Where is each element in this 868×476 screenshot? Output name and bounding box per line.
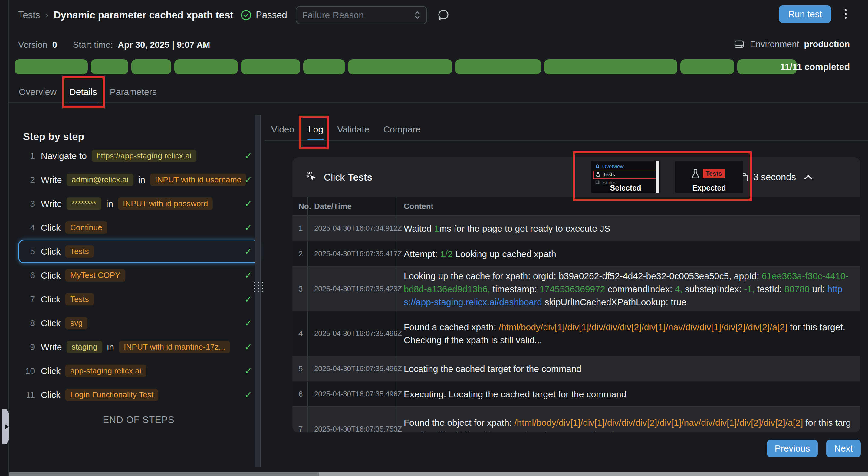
header-bar: Tests › Dynamic parameter cached xpath t… bbox=[18, 5, 450, 25]
tab-overview[interactable]: Overview bbox=[18, 81, 57, 103]
mini-nav-label: Tests bbox=[603, 172, 615, 178]
duration-cluster: 3 seconds bbox=[741, 157, 813, 197]
col-header-content: Content bbox=[397, 202, 860, 211]
detail-tab-compare[interactable]: Compare bbox=[382, 118, 421, 140]
progress-segment[interactable] bbox=[680, 59, 734, 74]
version-value: 0 bbox=[52, 40, 57, 50]
step-row[interactable]: 6ClickMyTest COPY✓ bbox=[18, 263, 259, 287]
step-passed-check-icon: ✓ bbox=[245, 198, 252, 209]
log-row: 12025-04-30T16:07:34.912ZWaited 1ms for … bbox=[292, 215, 860, 241]
step-target-badge: Continue bbox=[65, 222, 107, 234]
step-infix: in bbox=[138, 175, 145, 185]
main-tabs: OverviewDetailsParameters bbox=[18, 81, 157, 103]
previous-button[interactable]: Previous bbox=[767, 440, 818, 457]
mini-nav-label: Overview bbox=[602, 164, 624, 170]
step-row[interactable]: 3Write********inINPUT with id password✓ bbox=[18, 192, 259, 216]
step-row[interactable]: 5ClickTests✓ bbox=[18, 239, 259, 263]
step-row[interactable]: 7ClickTests✓ bbox=[18, 287, 259, 311]
log-row-number: 7 bbox=[292, 407, 308, 433]
log-row-number: 4 bbox=[292, 311, 308, 355]
detail-tab-video[interactable]: Video bbox=[271, 118, 295, 140]
breadcrumb-chevron-icon: › bbox=[45, 10, 48, 20]
overflow-menu-button[interactable] bbox=[840, 6, 851, 22]
log-row-datetime: 2025-04-30T16:07:35.496Z bbox=[308, 311, 397, 355]
progress-segment[interactable] bbox=[174, 59, 238, 74]
detail-tabs: VideoLogValidateCompare bbox=[271, 118, 421, 140]
start-time-value: Apr 30, 2025 | 9:07 AM bbox=[118, 40, 210, 50]
mini-nav-menu: OverviewTestsSuites bbox=[591, 161, 660, 187]
detail-tab-validate[interactable]: Validate bbox=[337, 118, 370, 140]
progress-segment[interactable] bbox=[303, 59, 345, 74]
step-row[interactable]: 10Clickapp-staging.relicx.ai✓ bbox=[18, 359, 259, 383]
environment-value: production bbox=[804, 39, 850, 49]
log-row-content: Found a cached xpath: /html/body/div[1]/… bbox=[397, 311, 860, 355]
environment-info: Environment production bbox=[734, 39, 850, 49]
step-list: 1Navigate tohttps://app-staging.relicx.a… bbox=[18, 144, 259, 426]
expected-target-highlight: Tests bbox=[703, 169, 725, 178]
play-triangle-icon bbox=[5, 424, 9, 429]
step-target-badge: app-staging.relicx.ai bbox=[65, 365, 146, 377]
panel-resize-handle[interactable] bbox=[254, 282, 263, 292]
run-test-button[interactable]: Run test bbox=[779, 5, 831, 23]
log-row-datetime: 2025-04-30T16:07:35.753Z bbox=[308, 407, 397, 433]
step-target-badge: INPUT with id username bbox=[150, 174, 246, 186]
house-icon bbox=[595, 164, 600, 170]
detail-tabs-divider bbox=[265, 140, 868, 141]
progress-segment[interactable] bbox=[91, 59, 128, 74]
tab-parameters[interactable]: Parameters bbox=[109, 81, 157, 103]
step-number: 6 bbox=[24, 271, 35, 280]
log-row-datetime: 2025-04-30T16:07:35.496Z bbox=[308, 382, 397, 406]
step-row[interactable]: 1Navigate tohttps://app-staging.relicx.a… bbox=[18, 144, 259, 168]
step-row[interactable]: 11ClickLogin Functionality Test✓ bbox=[18, 383, 259, 407]
step-target-badge: INPUT with id password bbox=[118, 198, 213, 210]
progress-segment[interactable] bbox=[241, 59, 300, 74]
comment-bubble-icon[interactable] bbox=[437, 8, 450, 22]
step-action: Click bbox=[41, 294, 61, 305]
tab-details[interactable]: Details bbox=[69, 81, 98, 103]
next-button[interactable]: Next bbox=[826, 440, 861, 457]
step-passed-check-icon: ✓ bbox=[245, 246, 252, 257]
step-action: Click bbox=[41, 318, 61, 329]
progress-segment[interactable] bbox=[544, 59, 677, 74]
log-card-header: ClickTests 3 seconds bbox=[292, 157, 860, 197]
expected-screenshot-thumbnail[interactable]: Tests Expected bbox=[675, 161, 743, 193]
step-passed-check-icon: ✓ bbox=[245, 294, 252, 305]
failure-reason-select[interactable]: Failure Reason bbox=[296, 6, 427, 24]
step-row[interactable]: 4ClickContinue✓ bbox=[18, 216, 259, 239]
step-row[interactable]: 9WritestaginginINPUT with id mantine-17z… bbox=[18, 335, 259, 359]
log-row: 42025-04-30T16:07:35.496ZFound a cached … bbox=[292, 311, 860, 355]
step-passed-check-icon: ✓ bbox=[245, 270, 252, 281]
status-label: Passed bbox=[256, 10, 287, 21]
step-number: 8 bbox=[24, 318, 35, 328]
step-passed-check-icon: ✓ bbox=[245, 366, 252, 376]
step-target-badge: INPUT with id mantine-17z... bbox=[119, 341, 230, 353]
step-number: 7 bbox=[24, 295, 35, 304]
log-row: 32025-04-30T16:07:35.423ZLooking up the … bbox=[292, 266, 860, 311]
chevron-up-icon[interactable] bbox=[804, 174, 813, 180]
col-header-no: No. bbox=[292, 197, 308, 215]
step-action: Click bbox=[41, 390, 61, 400]
step-row[interactable]: 2Writeadmin@relicx.aiinINPUT with id use… bbox=[18, 168, 259, 192]
horizontal-scrollbar-thumb[interactable] bbox=[9, 472, 319, 476]
selected-screenshot-thumbnail[interactable]: OverviewTestsSuites Selected bbox=[591, 161, 660, 193]
progress-segment[interactable] bbox=[131, 59, 171, 74]
log-row-number: 1 bbox=[292, 216, 308, 241]
log-row-number: 5 bbox=[292, 356, 308, 381]
step-row[interactable]: 8Clicksvg✓ bbox=[18, 311, 259, 335]
progress-segment[interactable] bbox=[455, 59, 541, 74]
step-value-badge: admin@relicx.ai bbox=[67, 174, 133, 186]
log-row: 22025-04-30T16:07:35.417ZAttempt: 1/2 Lo… bbox=[292, 241, 860, 266]
log-row: 72025-04-30T16:07:35.753ZFound the objec… bbox=[292, 406, 860, 433]
step-passed-check-icon: ✓ bbox=[245, 389, 252, 400]
step-action: Click bbox=[41, 366, 61, 376]
breadcrumb-tests-link[interactable]: Tests bbox=[18, 10, 40, 21]
step-action: Click bbox=[41, 270, 61, 281]
progress-segment[interactable] bbox=[14, 59, 88, 74]
detail-tab-log[interactable]: Log bbox=[308, 118, 324, 140]
check-circle-icon bbox=[241, 10, 251, 21]
progress-segment[interactable] bbox=[348, 59, 452, 74]
step-target-badge: MyTest COPY bbox=[65, 269, 125, 281]
step-number: 11 bbox=[24, 390, 35, 400]
step-target-badge: Tests bbox=[65, 293, 94, 305]
flask-icon bbox=[691, 169, 700, 178]
